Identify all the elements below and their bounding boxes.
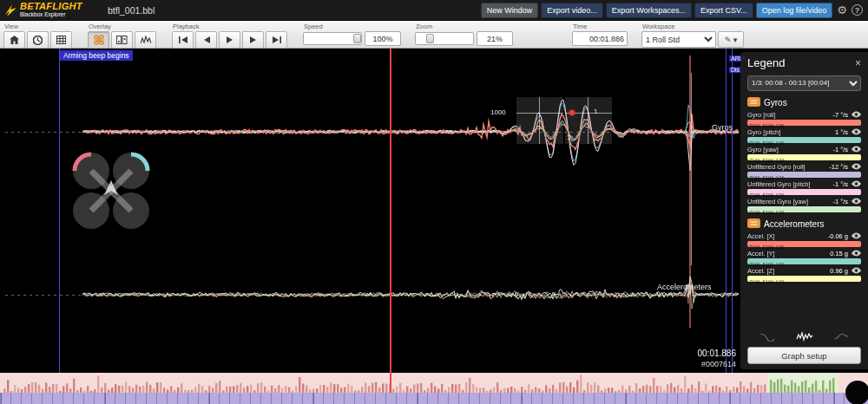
- legend-field-colorbar[interactable]: Z100 E100 S30: [747, 206, 861, 212]
- accel-axis-label: Accelerometers: [657, 283, 712, 291]
- legend-field-colorbar[interactable]: Z100 E100 S30: [747, 258, 861, 264]
- visibility-eye-icon[interactable]: [851, 198, 861, 205]
- speed-slider[interactable]: [303, 32, 362, 45]
- legend-field-colorbar[interactable]: Z100 E100 S30: [747, 172, 861, 178]
- speed-group-label: Speed: [304, 23, 401, 30]
- smoothing-mid-icon[interactable]: [796, 331, 813, 342]
- speed-slider-thumb[interactable]: [353, 34, 361, 43]
- play-button[interactable]: [219, 31, 240, 49]
- home-icon: [10, 36, 19, 44]
- close-icon[interactable]: ×: [855, 58, 861, 68]
- workspace-edit-button[interactable]: ✎ ▾: [718, 31, 744, 48]
- speed-input[interactable]: [365, 31, 401, 46]
- log-stats-button[interactable]: [27, 31, 49, 49]
- seekbar[interactable]: [0, 373, 868, 393]
- curve-settings-text: Z100 E100 S30: [747, 279, 784, 284]
- craft-overlay: [68, 147, 155, 234]
- time-input[interactable]: [572, 31, 628, 46]
- curve-settings-text: Z100 E100 S30: [747, 123, 784, 128]
- open-filename: btfl_001.bbl: [108, 5, 155, 16]
- legend-field[interactable]: Gyro [roll]-7 °/sZ100 E100 S30: [747, 111, 861, 126]
- disarm-event-label: Dis: [729, 67, 741, 73]
- visibility-eye-icon[interactable]: [851, 250, 861, 257]
- smoothing-low-icon[interactable]: [760, 331, 775, 342]
- throttle-value: 1000: [490, 108, 506, 116]
- graph-setup-button[interactable]: Graph setup: [747, 347, 861, 364]
- visibility-eye-icon[interactable]: [851, 180, 861, 187]
- export-workspaces-button[interactable]: Export Workspaces...: [606, 3, 692, 18]
- timeline-minimap[interactable]: [0, 393, 868, 404]
- sticks-overlay-button[interactable]: [111, 31, 133, 49]
- craft-overlay-button[interactable]: [88, 31, 109, 49]
- step-forward-button[interactable]: [242, 31, 264, 49]
- time-group: Time: [572, 22, 628, 46]
- app-subtitle: Blackbox Explorer: [20, 12, 82, 18]
- legend-field-label: Gyro [roll]: [747, 111, 832, 119]
- betaflight-logo: BETAFLIGHT Blackbox Explorer: [0, 2, 102, 18]
- zoom-input[interactable]: [477, 31, 513, 46]
- legend-field-colorbar[interactable]: Z100 E100 S30: [747, 154, 861, 160]
- jump-end-button[interactable]: [266, 31, 287, 49]
- drag-handle-icon[interactable]: [747, 218, 760, 230]
- workspace-group-label: Workspace: [642, 23, 744, 30]
- legend-field[interactable]: Accel. [X]-0.06 gZ100 E100 S30: [747, 232, 861, 247]
- legend-panel: Legend × 1/3: 00:08 - 00:13 [00:04] Gyro…: [740, 52, 868, 369]
- seek-handle[interactable]: [845, 381, 868, 404]
- roll-value: 1: [594, 108, 597, 115]
- legend-field-colorbar[interactable]: Z100 E100 S30: [747, 189, 861, 195]
- legend-field[interactable]: Accel. [Z]0.96 gZ100 E100 S30: [747, 267, 861, 282]
- legend-field-colorbar[interactable]: Z100 E100 S30: [747, 276, 861, 282]
- pitch-value: 1: [567, 134, 570, 141]
- legend-group-header[interactable]: Gyros: [747, 97, 861, 108]
- step-forward-icon: [250, 36, 257, 43]
- legend-field-colorbar[interactable]: Z100 E100 S30: [747, 120, 861, 126]
- visibility-eye-icon[interactable]: [851, 232, 861, 239]
- drag-handle-icon[interactable]: [747, 97, 760, 108]
- view-group-label: View: [4, 23, 74, 30]
- legend-field[interactable]: Unfiltered Gyro [yaw]-1 °/sZ100 E100 S30: [747, 198, 861, 212]
- export-csv-button[interactable]: Export CSV...: [694, 3, 753, 18]
- legend-field-label: Unfiltered Gyro [roll]: [747, 163, 829, 171]
- visibility-eye-icon[interactable]: [851, 146, 861, 153]
- visibility-eye-icon[interactable]: [851, 267, 861, 274]
- legend-field-colorbar[interactable]: Z100 E100 S30: [747, 241, 861, 247]
- overlay-group: Overlay: [88, 22, 158, 49]
- workspace-select[interactable]: 1 Roll Std: [641, 31, 716, 48]
- playback-cursor[interactable]: [390, 49, 391, 393]
- new-window-button[interactable]: New Window: [481, 3, 539, 18]
- legend-group-header[interactable]: Accelerometers: [747, 218, 861, 230]
- step-back-icon: [203, 36, 210, 43]
- export-video-button[interactable]: Export video...: [541, 3, 603, 18]
- table-view-button[interactable]: [50, 31, 72, 49]
- view-group: View: [3, 22, 74, 49]
- visibility-eye-icon[interactable]: [851, 128, 861, 135]
- seekbar-activity[interactable]: [0, 373, 868, 393]
- legend-field[interactable]: Gyro [pitch]1 °/sZ100 E100 S30: [747, 128, 861, 143]
- visibility-eye-icon[interactable]: [851, 163, 861, 170]
- jump-start-button[interactable]: [172, 31, 194, 49]
- cursor-time-display: 00:01.886 #0007614: [698, 349, 737, 369]
- zoom-slider-thumb[interactable]: [426, 34, 434, 43]
- legend-group-name: Accelerometers: [764, 219, 824, 229]
- help-icon[interactable]: ?: [852, 4, 863, 16]
- legend-field-colorbar[interactable]: Z100 E100 S30: [747, 137, 861, 143]
- stick-position-dot: [569, 110, 575, 115]
- smoothing-high-icon[interactable]: [833, 331, 849, 342]
- zoom-slider[interactable]: [415, 32, 474, 45]
- analyser-overlay-button[interactable]: [135, 31, 156, 49]
- log-range-select[interactable]: 1/3: 00:08 - 00:13 [00:04]: [747, 75, 861, 91]
- open-log-button[interactable]: Open log file/video: [756, 3, 833, 18]
- legend-field[interactable]: Unfiltered Gyro [pitch]-1 °/sZ100 E100 S…: [747, 180, 861, 195]
- visibility-eye-icon[interactable]: [851, 111, 861, 118]
- home-button[interactable]: [3, 31, 25, 49]
- legend-field-label: Gyro [yaw]: [747, 146, 832, 153]
- legend-field-label: Accel. [X]: [747, 232, 828, 240]
- legend-field[interactable]: Accel. [Y]0.15 gZ100 E100 S30: [747, 250, 861, 264]
- legend-field-label: Gyro [pitch]: [747, 128, 835, 136]
- legend-field[interactable]: Gyro [yaw]-1 °/sZ100 E100 S30: [747, 146, 861, 160]
- step-back-button[interactable]: [195, 31, 217, 49]
- legend-field[interactable]: Unfiltered Gyro [roll]-12 °/sZ100 E100 S…: [747, 163, 861, 178]
- playback-group: Playback: [172, 22, 289, 49]
- settings-gear-icon[interactable]: ⚙: [837, 4, 847, 16]
- event-line-disarm: [732, 49, 733, 373]
